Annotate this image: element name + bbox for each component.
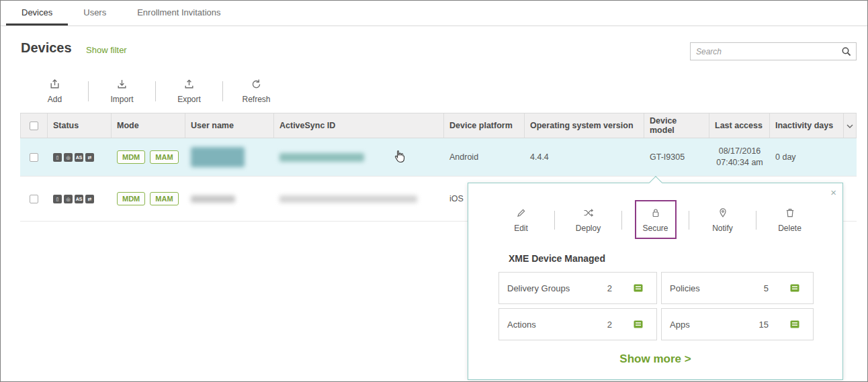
column-header-inactivity-days[interactable]: Inactivity days <box>770 113 844 138</box>
stat-label: Apps <box>670 320 690 330</box>
search-icon[interactable] <box>837 46 856 57</box>
device-icon: ▯ <box>53 195 62 203</box>
table-row-device-1[interactable]: ▯ ◎ AS ⇄ MDM MAM Android 4.4.4 GT-I9305 … <box>20 138 857 177</box>
row-end-cell <box>844 138 857 176</box>
status-cell: ▯ ◎ AS ⇄ <box>48 138 112 176</box>
column-header-os-version[interactable]: Operating system version <box>525 113 644 138</box>
deploy-action-button[interactable]: Deploy <box>555 207 621 233</box>
export-icon <box>183 79 195 95</box>
refresh-button[interactable]: Refresh <box>223 79 290 104</box>
search-input[interactable] <box>691 43 837 60</box>
row-checkbox[interactable] <box>30 153 38 162</box>
device-platform-cell: Android <box>444 138 525 176</box>
column-header-device-model[interactable]: Device model <box>644 113 709 138</box>
notify-action-button[interactable]: Notify <box>689 207 756 233</box>
edit-icon <box>516 207 527 224</box>
tab-devices[interactable]: Devices <box>6 1 68 26</box>
detail-grid-icon[interactable] <box>634 320 643 328</box>
device-actions-popup: × Edit Deploy Secure Notify <box>468 183 843 380</box>
top-tab-bar: Devices Users Enrollment Invitations <box>1 1 867 26</box>
table-header-row: Status Mode User name ActiveSync ID Devi… <box>20 113 857 138</box>
show-more-link[interactable]: Show more > <box>468 352 842 366</box>
select-all-checkbox[interactable] <box>30 122 38 130</box>
row-checkbox[interactable] <box>30 195 38 203</box>
popup-section-title: XME Device Managed <box>509 253 842 264</box>
table-toolbar: Add Import Export Refresh <box>21 79 290 104</box>
stat-label: Actions <box>507 320 536 330</box>
user-name-cell <box>185 177 274 221</box>
stat-policies[interactable]: Policies 5 <box>661 272 814 304</box>
export-button-label: Export <box>177 95 201 104</box>
close-icon[interactable]: × <box>830 187 836 197</box>
last-access-date: 08/17/2016 <box>719 146 761 157</box>
import-button-label: Import <box>110 95 133 104</box>
page-title: Devices <box>21 40 72 56</box>
user-name-cell <box>185 138 274 176</box>
selective-wipe-icon: ◎ <box>64 153 73 162</box>
column-header-mode[interactable]: Mode <box>112 113 185 138</box>
secure-action-button[interactable]: Secure <box>622 207 689 233</box>
secure-lock-icon <box>650 207 661 224</box>
redacted-activesync-id <box>279 153 364 162</box>
detail-grid-icon[interactable] <box>634 284 643 292</box>
last-access-cell: 08/17/2016 07:40:34 am <box>709 138 770 176</box>
redacted-user-name <box>191 195 235 203</box>
add-button-label: Add <box>48 95 62 104</box>
deploy-icon <box>583 207 594 224</box>
mam-badge: MAM <box>150 192 178 205</box>
import-button[interactable]: Import <box>89 79 155 104</box>
mdm-badge: MDM <box>117 192 145 205</box>
stat-label: Delivery Groups <box>507 283 570 293</box>
edit-action-label: Edit <box>514 224 528 233</box>
os-version-cell: 4.4.4 <box>525 138 644 176</box>
tab-enrollment-invitations[interactable]: Enrollment Invitations <box>122 1 236 26</box>
select-all-cell <box>20 113 48 138</box>
deploy-status-icon: ⇄ <box>85 195 94 203</box>
mam-badge: MAM <box>150 150 178 164</box>
deploy-status-icon: ⇄ <box>85 153 94 162</box>
inactivity-days-cell: 0 day <box>770 138 844 176</box>
stat-apps[interactable]: Apps 15 <box>661 308 814 340</box>
add-icon <box>49 79 60 95</box>
column-header-last-access[interactable]: Last access <box>709 113 770 138</box>
last-access-time: 07:40:34 am <box>716 157 763 169</box>
column-options-cell[interactable] <box>844 113 857 138</box>
notify-action-label: Notify <box>712 224 733 233</box>
deploy-action-label: Deploy <box>576 224 601 233</box>
stat-value: 5 <box>764 283 769 293</box>
activesync-icon: AS <box>75 195 83 203</box>
chevron-down-icon <box>847 121 853 130</box>
search-box <box>690 42 857 60</box>
mode-cell: MDM MAM <box>112 138 185 176</box>
stat-actions[interactable]: Actions 2 <box>498 308 657 340</box>
activesync-id-cell <box>274 138 444 176</box>
show-filter-link[interactable]: Show filter <box>86 45 127 55</box>
row-select-cell <box>20 138 48 176</box>
column-header-device-platform[interactable]: Device platform <box>444 113 525 138</box>
column-header-activesync-id[interactable]: ActiveSync ID <box>274 113 444 138</box>
column-header-user-name[interactable]: User name <box>185 113 274 138</box>
detail-grid-icon[interactable] <box>790 284 799 292</box>
stat-value: 15 <box>759 320 769 330</box>
refresh-icon <box>251 79 262 95</box>
notify-pin-icon <box>718 207 728 224</box>
selective-wipe-icon: ◎ <box>64 195 73 203</box>
add-button[interactable]: Add <box>21 79 88 104</box>
stat-value: 2 <box>607 320 612 330</box>
status-cell: ▯ ◎ AS ⇄ <box>48 177 112 221</box>
export-button[interactable]: Export <box>156 79 222 104</box>
managed-stats-grid: Delivery Groups 2 Policies 5 Actions 2 A… <box>498 272 814 340</box>
popup-action-bar: Edit Deploy Secure Notify Delete <box>468 201 842 240</box>
redacted-user-name <box>191 147 245 167</box>
refresh-button-label: Refresh <box>242 95 270 104</box>
secure-action-label: Secure <box>642 224 668 233</box>
edit-action-button[interactable]: Edit <box>488 207 554 233</box>
device-model-cell: GT-I9305 <box>644 138 709 176</box>
delete-action-button[interactable]: Delete <box>756 207 823 233</box>
activesync-id-cell <box>274 177 444 221</box>
tab-users[interactable]: Users <box>68 1 122 26</box>
detail-grid-icon[interactable] <box>790 320 799 328</box>
stat-value: 2 <box>607 283 612 293</box>
stat-delivery-groups[interactable]: Delivery Groups 2 <box>498 272 657 304</box>
column-header-status[interactable]: Status <box>48 113 112 138</box>
